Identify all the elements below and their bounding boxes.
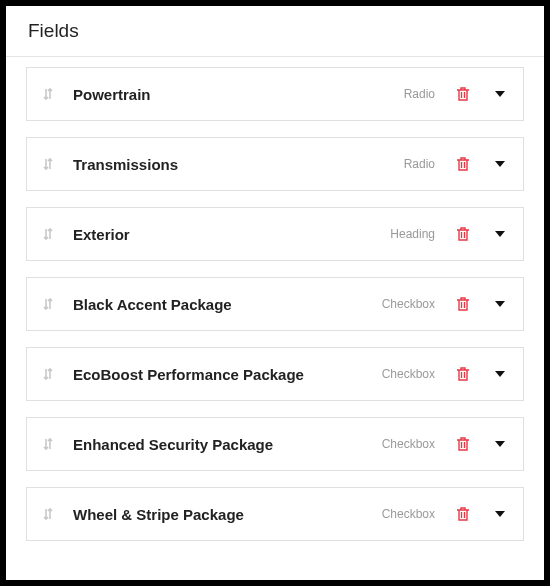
- field-row[interactable]: Wheel & Stripe Package Checkbox: [26, 487, 524, 541]
- field-label: Transmissions: [69, 156, 392, 173]
- trash-icon[interactable]: [453, 84, 473, 104]
- field-row[interactable]: Transmissions Radio: [26, 137, 524, 191]
- field-type: Checkbox: [382, 507, 435, 521]
- field-label: Black Accent Package: [69, 296, 370, 313]
- field-label: EcoBoost Performance Package: [69, 366, 370, 383]
- field-type: Radio: [404, 157, 435, 171]
- drag-handle-icon[interactable]: [39, 505, 57, 523]
- trash-icon[interactable]: [453, 434, 473, 454]
- drag-handle-icon[interactable]: [39, 225, 57, 243]
- field-row[interactable]: Black Accent Package Checkbox: [26, 277, 524, 331]
- drag-handle-icon[interactable]: [39, 155, 57, 173]
- field-type: Checkbox: [382, 437, 435, 451]
- chevron-down-icon[interactable]: [491, 155, 509, 173]
- chevron-down-icon[interactable]: [491, 505, 509, 523]
- drag-handle-icon[interactable]: [39, 365, 57, 383]
- drag-handle-icon[interactable]: [39, 435, 57, 453]
- field-type: Heading: [390, 227, 435, 241]
- field-list: Powertrain Radio Transmissions Radio: [6, 57, 544, 551]
- field-row[interactable]: EcoBoost Performance Package Checkbox: [26, 347, 524, 401]
- field-row[interactable]: Powertrain Radio: [26, 67, 524, 121]
- field-label: Exterior: [69, 226, 378, 243]
- chevron-down-icon[interactable]: [491, 365, 509, 383]
- trash-icon[interactable]: [453, 224, 473, 244]
- trash-icon[interactable]: [453, 294, 473, 314]
- panel-header: Fields: [6, 6, 544, 57]
- trash-icon[interactable]: [453, 504, 473, 524]
- field-row[interactable]: Exterior Heading: [26, 207, 524, 261]
- field-type: Checkbox: [382, 367, 435, 381]
- field-row[interactable]: Enhanced Security Package Checkbox: [26, 417, 524, 471]
- field-label: Enhanced Security Package: [69, 436, 370, 453]
- chevron-down-icon[interactable]: [491, 435, 509, 453]
- panel-title: Fields: [28, 20, 522, 42]
- chevron-down-icon[interactable]: [491, 85, 509, 103]
- drag-handle-icon[interactable]: [39, 295, 57, 313]
- trash-icon[interactable]: [453, 154, 473, 174]
- trash-icon[interactable]: [453, 364, 473, 384]
- field-type: Radio: [404, 87, 435, 101]
- fields-panel: Fields Powertrain Radio Transmissions Ra…: [6, 6, 544, 580]
- field-type: Checkbox: [382, 297, 435, 311]
- field-label: Powertrain: [69, 86, 392, 103]
- chevron-down-icon[interactable]: [491, 295, 509, 313]
- drag-handle-icon[interactable]: [39, 85, 57, 103]
- field-label: Wheel & Stripe Package: [69, 506, 370, 523]
- chevron-down-icon[interactable]: [491, 225, 509, 243]
